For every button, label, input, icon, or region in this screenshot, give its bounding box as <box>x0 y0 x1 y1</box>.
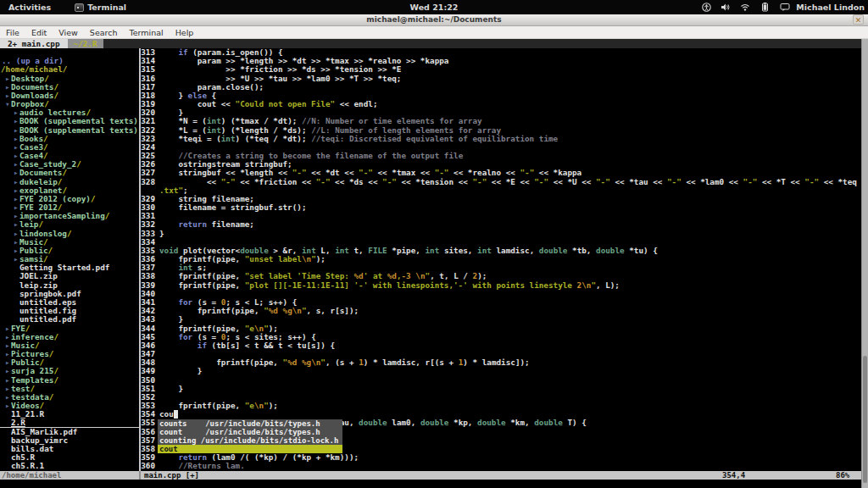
tree-item[interactable]: ▸audio lectures/ <box>0 108 139 117</box>
completion-item[interactable]: counts /usr/include/bits/types.h <box>158 419 342 428</box>
code-line[interactable]: 344 fprintf(pipe, "e\n"); <box>141 324 861 333</box>
tree-item[interactable]: leip.zip <box>0 281 139 290</box>
tree-item[interactable]: backup_vimrc <box>0 436 139 445</box>
tree-item[interactable]: ▸Public/ <box>0 247 139 255</box>
chevron-right-icon[interactable]: ▸ <box>14 126 19 135</box>
tree-item[interactable]: ▸Case_study_2/ <box>0 160 139 169</box>
code-line[interactable]: 354cou <box>141 410 861 419</box>
code-line[interactable]: 330 filename = stringbuf.str(); <box>141 203 861 212</box>
code-line[interactable]: 338 fprintf(pipe, "set label 'Time Step:… <box>141 272 861 280</box>
tree-item[interactable]: ▸Templates/ <box>0 376 139 385</box>
chevron-right-icon[interactable]: ▸ <box>14 152 19 160</box>
volume-icon[interactable] <box>721 3 731 12</box>
tree-item[interactable]: ▾Dropbox/ <box>0 100 139 108</box>
tree-item[interactable]: ch5.R.1 <box>0 462 139 470</box>
completion-item[interactable]: count /usr/include/bits/types.h <box>158 428 342 436</box>
tree-item[interactable]: ▸FYE/ <box>0 324 139 333</box>
tree-item[interactable]: ▸BOOK (supplemental texts) (/ <box>0 126 139 135</box>
chevron-right-icon[interactable]: ▸ <box>14 160 19 169</box>
chevron-right-icon[interactable]: ▸ <box>5 83 11 92</box>
tree-item[interactable]: ▸Music/ <box>0 238 139 247</box>
tree-item[interactable]: ▸importanceSampling/ <box>0 212 139 220</box>
chevron-right-icon[interactable]: ▸ <box>5 376 11 385</box>
code-line[interactable]: 328 << "-" << *friction << "-" << *ds <<… <box>141 178 861 186</box>
tree-item[interactable]: ▸Downloads/ <box>0 92 139 100</box>
code-line[interactable]: 349 } <box>141 367 861 375</box>
chevron-right-icon[interactable]: ▸ <box>5 402 11 410</box>
tree-item[interactable]: ▸Documents/ <box>0 169 139 177</box>
code-line[interactable]: 326 ostringstream stringbuf; <box>141 160 861 169</box>
terminal-scrollbar[interactable] <box>861 39 868 488</box>
code-line[interactable]: 315 >> *friction >> *ds >> *tension >> *… <box>141 65 861 74</box>
tree-item[interactable]: untitled.pdf <box>0 315 139 324</box>
chevron-right-icon[interactable]: ▸ <box>5 324 11 333</box>
code-line[interactable]: 319 cout << "Could not open File" << end… <box>141 100 861 108</box>
chevron-right-icon[interactable]: ▸ <box>14 135 19 143</box>
chevron-right-icon[interactable]: ▸ <box>14 108 19 117</box>
tab-main-cpp[interactable]: 2+ main.cpp <box>0 39 68 48</box>
code-line[interactable]: 351 } <box>141 385 861 393</box>
code-line[interactable]: 325 //Creates a string to become the fil… <box>141 152 861 160</box>
code-line[interactable]: 316 >> *U >> *tau >> *lam0 >> *T >> *teq… <box>141 75 861 83</box>
tree-item[interactable] <box>0 48 139 57</box>
code-line[interactable]: 342 fprintf(pipe, "%d %g\n", s, r[s]); <box>141 307 861 315</box>
tree-item[interactable]: /home/michael/ <box>0 65 139 74</box>
menu-edit[interactable]: Edit <box>25 28 53 37</box>
code-line[interactable]: 327 stringbuf << *length << "-" << *dt <… <box>141 169 861 177</box>
completion-item[interactable]: counting /usr/include/bits/stdio-lock.h <box>158 436 342 445</box>
chevron-right-icon[interactable]: ▸ <box>5 393 11 402</box>
chevron-right-icon[interactable]: ▸ <box>14 178 19 186</box>
tree-item[interactable]: ▸samsi/ <box>0 255 139 263</box>
scrollbar-handle[interactable] <box>863 356 867 483</box>
code-line[interactable]: .txt"; <box>141 186 861 195</box>
tree-item[interactable]: ▸Pictures/ <box>0 350 139 358</box>
tree-item[interactable]: ▸FYE 2012/ <box>0 203 139 212</box>
chevron-right-icon[interactable]: ▸ <box>14 255 19 263</box>
chevron-right-icon[interactable]: ▸ <box>14 220 19 229</box>
code-line[interactable]: 324 <box>141 143 861 152</box>
code-line[interactable]: 318 } else { <box>141 92 861 100</box>
tree-item[interactable]: ▸Public/ <box>0 358 139 367</box>
menu-search[interactable]: Search <box>84 28 124 37</box>
tree-item[interactable]: ▸Books/ <box>0 135 139 143</box>
code-line[interactable]: 322 *L = (int) (*length / *ds); //L: Num… <box>141 126 861 135</box>
code-line[interactable]: 347 <box>141 350 861 358</box>
code-line[interactable]: 332 return filename; <box>141 220 861 229</box>
tab-2r[interactable]: ~/2.R <box>68 39 103 48</box>
chevron-right-icon[interactable]: ▸ <box>14 203 19 212</box>
menu-view[interactable]: View <box>53 28 84 37</box>
tree-item[interactable]: 11_21.R <box>0 410 139 419</box>
tree-item[interactable]: 2.R <box>0 419 139 427</box>
tree-item[interactable]: JOEL.zip <box>0 272 139 280</box>
chevron-right-icon[interactable]: ▸ <box>14 195 19 203</box>
code-line[interactable]: 336 fprintf(pipe, "unset label\n"); <box>141 255 861 263</box>
code-line[interactable]: 359 return (lam0 /( (*kp) / (*kp + *km))… <box>141 453 861 462</box>
tree-item[interactable]: ▸leip/ <box>0 220 139 229</box>
tree-item[interactable]: ▸BOOK (supplemental texts) (/ <box>0 117 139 125</box>
chevron-right-icon[interactable]: ▸ <box>14 169 19 177</box>
code-line[interactable]: 353 fprintf(pipe, "e\n"); <box>141 402 861 410</box>
tree-item[interactable]: ▸test/ <box>0 385 139 393</box>
tree-item[interactable]: Getting Started.pdf <box>0 263 139 272</box>
code-line[interactable]: 335void plot(vector<double > &r, int L, … <box>141 247 861 255</box>
menu-file[interactable]: File <box>0 28 25 37</box>
accessibility-icon[interactable] <box>702 3 711 12</box>
tree-item[interactable]: untitled.fig <box>0 307 139 315</box>
tree-item[interactable]: ▸Music/ <box>0 341 139 350</box>
code-line[interactable]: 314 param >> *length >> *dt >> *tmax >> … <box>141 57 861 65</box>
tree-item[interactable]: ▸Videos/ <box>0 402 139 410</box>
completion-item[interactable]: cout <box>158 445 342 453</box>
code-line[interactable]: 334 <box>141 238 861 247</box>
tree-item[interactable]: ▸Case4/ <box>0 152 139 160</box>
tree-item[interactable]: ▸dukeleip/ <box>0 178 139 186</box>
tree-item[interactable]: ▸Case3/ <box>0 143 139 152</box>
close-icon[interactable]: ✕ <box>853 14 864 25</box>
chevron-right-icon[interactable]: ▸ <box>14 230 19 238</box>
chevron-right-icon[interactable]: ▸ <box>14 247 19 255</box>
code-line[interactable]: 320 } <box>141 108 861 117</box>
code-line[interactable]: 329 string filename; <box>141 195 861 203</box>
tree-item[interactable]: ch5.R <box>0 453 139 462</box>
tree-item[interactable]: bills.dat <box>0 445 139 453</box>
tree-item[interactable]: springbok.pdf <box>0 290 139 298</box>
tree-item[interactable]: ▸testdata/ <box>0 393 139 402</box>
